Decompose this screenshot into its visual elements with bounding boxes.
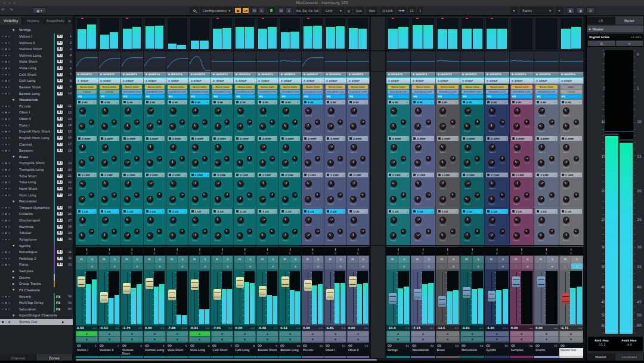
eq-band-header[interactable]: 4 HI✓ (190, 100, 210, 104)
rail-dot[interactable] (5, 213, 7, 215)
automation-read-button[interactable] (325, 331, 346, 336)
freq-knob[interactable] (124, 123, 131, 130)
rail-dot[interactable] (5, 251, 7, 253)
solo-button[interactable]: S (571, 256, 583, 263)
solo-button[interactable]: S (448, 256, 459, 263)
gate-slot[interactable]: Noise Gate (348, 85, 368, 89)
sidebar-item-basses-long[interactable]: Basses Long10 (0, 90, 73, 97)
sidebar-item-drums[interactable]: ▶Drums (0, 274, 73, 281)
eq-band-header[interactable]: 4 HI✓ (235, 100, 255, 104)
freq-knob[interactable] (101, 232, 108, 239)
freq-knob[interactable] (101, 196, 108, 202)
eq-band-header[interactable]: 2 LMF/ (100, 173, 119, 177)
freq-knob[interactable] (439, 196, 446, 202)
sidebar-item-horn-long[interactable]: Horn Long24 (0, 192, 73, 198)
gain-knob[interactable] (147, 144, 154, 150)
comp-slot[interactable]: Standard Com (280, 90, 300, 94)
freq-knob[interactable] (488, 123, 495, 130)
gate-slot[interactable]: Noise Gate (437, 85, 459, 89)
rail-dot[interactable] (8, 207, 10, 209)
listen-button[interactable]: L (436, 263, 448, 269)
q-knob[interactable] (450, 192, 456, 198)
gain-knob[interactable] (283, 107, 289, 114)
sidebar-item-tuba-long[interactable]: Tuba Long22 (0, 179, 73, 186)
channel-name[interactable]: Basses Short (256, 348, 278, 356)
freq-knob[interactable] (147, 196, 153, 202)
eq-band-header[interactable]: 3 HMF/ (235, 136, 255, 141)
rail-dot[interactable] (8, 162, 10, 164)
channel-count[interactable]: 21 (408, 7, 416, 14)
gain-knob[interactable] (439, 107, 446, 114)
gain-knob[interactable] (489, 217, 496, 223)
rail-dot[interactable] (5, 55, 7, 57)
freq-knob[interactable] (237, 196, 243, 202)
strip-rack-header[interactable]: STRIP (302, 78, 324, 84)
automation-read-button[interactable] (510, 331, 533, 336)
freq-knob[interactable] (169, 123, 176, 130)
freq-knob[interactable] (513, 196, 520, 202)
eq-band-header[interactable]: 3 HMF/ (190, 136, 210, 141)
q-knob[interactable] (270, 192, 275, 198)
sidebar-item-oboe-ii[interactable]: Oboe II13 (0, 116, 73, 122)
freq-knob[interactable] (192, 232, 199, 239)
channel-name[interactable]: Celli Short (211, 348, 233, 356)
gain-knob[interactable] (563, 217, 569, 223)
q-knob[interactable] (270, 156, 275, 161)
strip-rack-header[interactable]: STRIP (166, 78, 189, 84)
gain-knob[interactable] (237, 217, 244, 223)
gain-knob[interactable] (192, 180, 199, 187)
gain-knob[interactable] (102, 144, 109, 150)
strip-rack-header[interactable]: STRIP (347, 78, 370, 84)
eq-band-header[interactable]: 3 HMF/ (561, 136, 582, 141)
q-knob[interactable] (338, 119, 343, 125)
gate-slot[interactable]: Noise Gate (145, 85, 165, 89)
solo-button[interactable]: S (155, 256, 165, 263)
eq-slot[interactable]: EQ (388, 94, 409, 99)
mute-button[interactable]: M (257, 256, 267, 263)
freq-knob[interactable] (439, 123, 446, 130)
automation-read-button[interactable] (76, 331, 97, 336)
gate-slot[interactable]: Noise Gate (258, 85, 277, 89)
tree-toggle-icon[interactable]: ▶ (13, 276, 14, 279)
rail-dot[interactable] (2, 239, 4, 241)
channel-name[interactable]: Samples (510, 348, 534, 356)
rail-dot[interactable] (8, 176, 10, 177)
channel-name[interactable]: Drums (534, 348, 558, 356)
rail-dot[interactable] (5, 80, 7, 82)
mute-button[interactable]: M (348, 256, 358, 263)
gain-knob[interactable] (260, 217, 267, 223)
sidebar-item-bassoon[interactable]: Bassoon18 (0, 147, 73, 154)
freq-knob[interactable] (259, 196, 266, 202)
eq-slot[interactable]: EQ (145, 94, 165, 99)
rail-dot[interactable] (5, 61, 7, 63)
eq-band-header[interactable]: 4 HI✓ (280, 100, 300, 104)
eq-slot[interactable]: EQ (486, 94, 507, 99)
rail-dot[interactable] (5, 87, 7, 88)
channel-name[interactable]: Celli Long (234, 348, 256, 356)
sidebar-item-padshop-2[interactable]: Padshop 232 (0, 256, 73, 262)
redo-icon[interactable]: ↷ (10, 8, 13, 13)
tab-loudness[interactable]: Loudness (615, 353, 644, 361)
comp-slot[interactable]: Standard Com (190, 90, 210, 94)
routing-display[interactable]: !C (436, 247, 460, 256)
rail-dot[interactable] (5, 195, 7, 196)
freq-knob[interactable] (350, 232, 357, 239)
edit-button[interactable]: e (290, 263, 301, 269)
comp-slot[interactable]: Standard Com (486, 90, 507, 94)
mute-button[interactable]: M (411, 256, 423, 263)
edit-button[interactable]: e (87, 263, 97, 269)
gain-knob[interactable] (465, 144, 471, 150)
sidebar-item-basses-short[interactable]: Basses Short9 (0, 84, 73, 91)
rail-dot[interactable] (2, 309, 4, 310)
q-knob[interactable] (450, 229, 456, 234)
eq-band-header[interactable]: 4 HI✓ (100, 100, 119, 104)
q-knob[interactable] (134, 192, 140, 198)
freq-knob[interactable] (439, 159, 446, 166)
eq-band-header[interactable]: 1 LO/ (77, 209, 97, 214)
rail-dot[interactable] (5, 112, 7, 113)
solo-button[interactable]: S (268, 256, 278, 263)
mute-button[interactable]: M (251, 7, 258, 14)
automation-read-button[interactable] (234, 331, 255, 336)
gain-knob[interactable] (283, 217, 289, 223)
freq-knob[interactable] (101, 159, 108, 166)
